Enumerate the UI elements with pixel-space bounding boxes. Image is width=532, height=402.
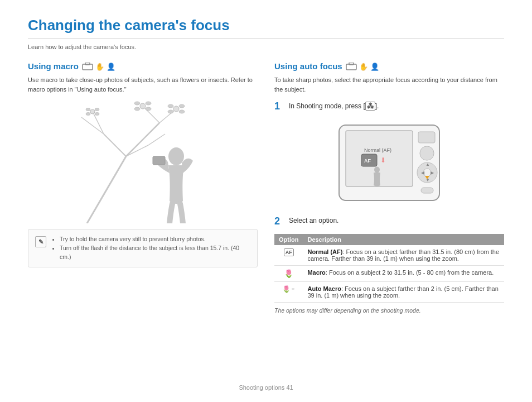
svg-line-6: [104, 134, 126, 156]
svg-text:✋: ✋: [95, 62, 104, 71]
svg-point-26: [86, 113, 90, 116]
option-desc-auto-macro: Auto Macro: Focus on a subject farther t…: [303, 282, 504, 303]
tip-icon: ✎: [35, 236, 46, 247]
svg-point-21: [168, 110, 173, 113]
autofocus-description: To take sharp photos, select the appropr…: [274, 75, 504, 94]
macro-section-title: Using macro ✋ 👤: [28, 61, 258, 71]
step-1: 1 In Shooting mode, press [⁂].: [274, 100, 504, 113]
svg-line-7: [81, 117, 104, 134]
step-1-text: In Shooting mode, press [⁂].: [289, 100, 379, 111]
svg-rect-50: [421, 188, 433, 193]
svg-point-24: [86, 108, 90, 111]
svg-point-15: [146, 102, 151, 105]
step-2-number: 2: [274, 216, 284, 228]
svg-text:⬇: ⬇: [380, 156, 386, 164]
step-2: 2 Select an option.: [274, 216, 504, 228]
hand-icon-2: ✋: [359, 62, 368, 71]
svg-point-14: [134, 102, 140, 105]
svg-line-5: [126, 123, 159, 156]
svg-rect-1: [85, 63, 90, 65]
svg-line-4: [87, 156, 126, 223]
svg-text:◀: ◀: [421, 170, 425, 175]
svg-text:▲: ▲: [425, 162, 430, 167]
autofocus-section-title: Using auto focus ✋ 👤: [274, 61, 504, 71]
option-icon-auto-macro: 🌷↔: [274, 282, 303, 303]
svg-rect-29: [153, 156, 165, 165]
table-row: AF Normal (AF): Focus on a subject farth…: [274, 245, 504, 266]
svg-rect-31: [349, 63, 354, 65]
af-bracket-icon: ⁂: [365, 102, 375, 111]
table-col-description: Description: [303, 234, 504, 245]
svg-point-44: [423, 169, 431, 176]
hand-icon: ✋: [95, 62, 104, 71]
svg-point-17: [146, 107, 151, 111]
page-footer: Shooting options 41: [0, 384, 532, 391]
camera-icon-2: [346, 63, 357, 70]
svg-point-27: [95, 113, 99, 116]
two-column-layout: Using macro ✋ 👤 Us: [28, 61, 504, 314]
options-note: The options may differ depending on the …: [274, 307, 504, 314]
page-subtitle: Learn how to adjust the camera's focus.: [28, 44, 504, 50]
svg-text:Normal (AF): Normal (AF): [364, 147, 391, 153]
left-column: Using macro ✋ 👤 Us: [28, 61, 258, 314]
svg-point-40: [374, 166, 380, 173]
svg-point-28: [168, 147, 184, 165]
tip-text: Try to hold the camera very still to pre…: [52, 235, 250, 261]
svg-point-23: [90, 109, 95, 114]
step-1-number: 1: [274, 100, 284, 113]
table-header-row: Option Description: [274, 234, 504, 245]
svg-rect-42: [420, 146, 434, 160]
macro-illustration: [70, 100, 215, 223]
autofocus-icons: ✋ 👤: [346, 62, 379, 71]
svg-line-12: [148, 134, 165, 145]
table-col-option: Option: [274, 234, 303, 245]
svg-text:👤: 👤: [107, 62, 115, 71]
svg-point-18: [173, 106, 179, 112]
table-row: 🌷↔ Auto Macro: Focus on a subject farthe…: [274, 282, 504, 303]
macro-icons: ✋ 👤: [82, 62, 115, 71]
svg-point-19: [168, 104, 173, 108]
step-2-text: Select an option.: [289, 216, 338, 224]
svg-rect-41: [418, 132, 435, 143]
option-icon-normal-af: AF: [274, 245, 303, 266]
options-table: Option Description AF Normal (AF): Focus…: [274, 234, 504, 303]
person-icon-2: 👤: [370, 62, 379, 71]
person-icon: 👤: [107, 62, 115, 71]
svg-text:✋: ✋: [359, 62, 368, 71]
option-desc-macro: Macro: Focus on a subject 2 to 31.5 in. …: [303, 266, 504, 282]
svg-point-25: [95, 108, 99, 111]
table-row: 🌷 Macro: Focus on a subject 2 to 31.5 in…: [274, 266, 504, 282]
right-column: Using auto focus ✋ 👤 To take sharp photo…: [274, 61, 504, 314]
svg-line-11: [126, 145, 148, 156]
camera-icon: [82, 63, 93, 70]
option-desc-normal-af: Normal (AF): Focus on a subject farther …: [303, 245, 504, 266]
svg-point-13: [140, 103, 146, 109]
svg-point-22: [179, 110, 185, 113]
svg-point-20: [179, 104, 185, 108]
macro-description: Use macro to take close-up photos of sub…: [28, 75, 258, 94]
option-icon-macro: 🌷: [274, 266, 303, 282]
camera-back-illustration: Normal (AF) AF ⬇: [333, 119, 445, 209]
page-container: Changing the camera's focus Learn how to…: [0, 0, 532, 402]
page-title: Changing the camera's focus: [28, 17, 504, 39]
svg-text:👤: 👤: [370, 62, 379, 71]
svg-point-16: [134, 107, 140, 111]
tip-box: ✎ Try to hold the camera very still to p…: [28, 229, 258, 267]
svg-text:▶: ▶: [431, 170, 434, 175]
svg-text:AF: AF: [364, 158, 371, 164]
